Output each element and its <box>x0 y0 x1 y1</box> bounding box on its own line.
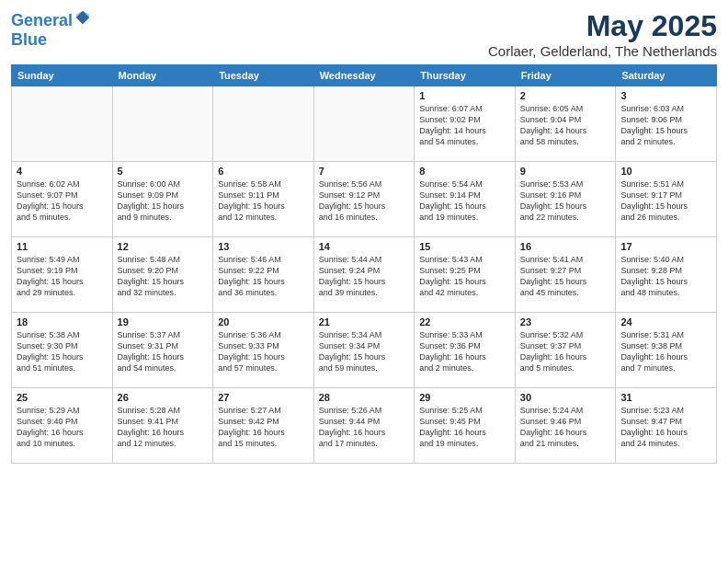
day-info: Sunrise: 5:29 AMSunset: 9:40 PMDaylight:… <box>17 405 108 450</box>
calendar-table: Sunday Monday Tuesday Wednesday Thursday… <box>11 64 717 464</box>
day-number: 25 <box>17 392 108 403</box>
day-number: 28 <box>319 392 410 403</box>
svg-marker-1 <box>76 11 89 24</box>
day-number: 26 <box>118 392 209 403</box>
day-number: 20 <box>218 316 309 327</box>
calendar-cell-w5-d2: 26Sunrise: 5:28 AMSunset: 9:41 PMDayligh… <box>112 388 213 464</box>
day-number: 22 <box>419 316 510 327</box>
calendar-cell-w1-d4 <box>313 86 415 162</box>
day-number: 3 <box>620 90 711 101</box>
calendar-cell-w1-d2 <box>112 86 213 162</box>
logo-blue: Blue <box>11 30 91 50</box>
day-info: Sunrise: 6:02 AMSunset: 9:07 PMDaylight:… <box>17 178 108 224</box>
col-sunday: Sunday <box>12 65 113 86</box>
calendar-cell-w1-d7: 3Sunrise: 6:03 AMSunset: 9:06 PMDaylight… <box>616 86 717 162</box>
day-info: Sunrise: 5:43 AMSunset: 9:25 PMDaylight:… <box>419 254 510 299</box>
day-info: Sunrise: 5:31 AMSunset: 9:38 PMDaylight:… <box>620 329 711 374</box>
day-info: Sunrise: 5:23 AMSunset: 9:47 PMDaylight:… <box>620 405 711 450</box>
page: General Blue May 2025 Corlaer, Gelderlan… <box>0 0 728 563</box>
calendar-cell-w3-d5: 15Sunrise: 5:43 AMSunset: 9:25 PMDayligh… <box>415 237 516 313</box>
day-info: Sunrise: 5:48 AMSunset: 9:20 PMDaylight:… <box>118 254 209 299</box>
day-info: Sunrise: 5:34 AMSunset: 9:34 PMDaylight:… <box>319 329 410 374</box>
day-number: 24 <box>620 316 711 327</box>
day-info: Sunrise: 5:33 AMSunset: 9:36 PMDaylight:… <box>419 329 510 374</box>
day-number: 2 <box>520 90 611 101</box>
day-info: Sunrise: 5:58 AMSunset: 9:11 PMDaylight:… <box>218 178 309 224</box>
logo: General Blue <box>11 9 91 50</box>
day-info: Sunrise: 5:53 AMSunset: 9:16 PMDaylight:… <box>520 178 611 224</box>
day-info: Sunrise: 5:36 AMSunset: 9:33 PMDaylight:… <box>218 329 309 374</box>
calendar-cell-w2-d3: 6Sunrise: 5:58 AMSunset: 9:11 PMDaylight… <box>213 162 314 237</box>
day-info: Sunrise: 6:05 AMSunset: 9:04 PMDaylight:… <box>520 103 611 148</box>
col-tuesday: Tuesday <box>213 65 314 86</box>
day-number: 10 <box>620 166 711 177</box>
day-info: Sunrise: 5:51 AMSunset: 9:17 PMDaylight:… <box>620 178 711 224</box>
calendar-header-row: Sunday Monday Tuesday Wednesday Thursday… <box>12 65 717 86</box>
calendar-cell-w2-d4: 7Sunrise: 5:56 AMSunset: 9:12 PMDaylight… <box>313 162 415 237</box>
day-number: 13 <box>218 241 309 252</box>
calendar-cell-w4-d6: 23Sunrise: 5:32 AMSunset: 9:37 PMDayligh… <box>515 313 616 388</box>
day-number: 1 <box>419 90 510 101</box>
day-info: Sunrise: 5:41 AMSunset: 9:27 PMDaylight:… <box>520 254 611 299</box>
calendar-cell-w3-d4: 14Sunrise: 5:44 AMSunset: 9:24 PMDayligh… <box>313 237 415 313</box>
calendar-cell-w3-d7: 17Sunrise: 5:40 AMSunset: 9:28 PMDayligh… <box>616 237 717 313</box>
day-info: Sunrise: 5:37 AMSunset: 9:31 PMDaylight:… <box>118 329 209 374</box>
day-number: 5 <box>118 166 209 177</box>
calendar-cell-w5-d7: 31Sunrise: 5:23 AMSunset: 9:47 PMDayligh… <box>616 388 717 464</box>
day-number: 16 <box>520 241 611 252</box>
calendar-cell-w2-d5: 8Sunrise: 5:54 AMSunset: 9:14 PMDaylight… <box>415 162 516 237</box>
calendar-cell-w5-d3: 27Sunrise: 5:27 AMSunset: 9:42 PMDayligh… <box>213 388 314 464</box>
calendar-cell-w1-d3 <box>213 86 314 162</box>
calendar-cell-w4-d1: 18Sunrise: 5:38 AMSunset: 9:30 PMDayligh… <box>12 313 113 388</box>
day-info: Sunrise: 6:03 AMSunset: 9:06 PMDaylight:… <box>620 103 711 148</box>
calendar-week-1: 1Sunrise: 6:07 AMSunset: 9:02 PMDaylight… <box>12 86 717 162</box>
col-thursday: Thursday <box>415 65 516 86</box>
logo-general: General <box>11 11 73 29</box>
calendar-cell-w5-d1: 25Sunrise: 5:29 AMSunset: 9:40 PMDayligh… <box>12 388 113 464</box>
day-number: 8 <box>419 166 510 177</box>
day-info: Sunrise: 6:00 AMSunset: 9:09 PMDaylight:… <box>118 178 209 224</box>
calendar-cell-w1-d6: 2Sunrise: 6:05 AMSunset: 9:04 PMDaylight… <box>515 86 616 162</box>
day-number: 7 <box>319 166 410 177</box>
day-info: Sunrise: 5:25 AMSunset: 9:45 PMDaylight:… <box>419 405 510 450</box>
day-number: 17 <box>620 241 711 252</box>
day-number: 12 <box>118 241 209 252</box>
day-number: 29 <box>419 392 510 403</box>
day-number: 14 <box>319 241 410 252</box>
calendar-week-4: 18Sunrise: 5:38 AMSunset: 9:30 PMDayligh… <box>12 313 717 388</box>
col-saturday: Saturday <box>616 65 717 86</box>
day-number: 30 <box>520 392 611 403</box>
col-wednesday: Wednesday <box>313 65 415 86</box>
logo-icon <box>74 9 91 26</box>
day-number: 9 <box>520 166 611 177</box>
day-info: Sunrise: 5:56 AMSunset: 9:12 PMDaylight:… <box>319 178 410 224</box>
calendar-cell-w4-d4: 21Sunrise: 5:34 AMSunset: 9:34 PMDayligh… <box>313 313 415 388</box>
day-info: Sunrise: 5:28 AMSunset: 9:41 PMDaylight:… <box>118 405 209 450</box>
calendar-cell-w3-d3: 13Sunrise: 5:46 AMSunset: 9:22 PMDayligh… <box>213 237 314 313</box>
day-info: Sunrise: 6:07 AMSunset: 9:02 PMDaylight:… <box>419 103 510 148</box>
calendar-cell-w2-d2: 5Sunrise: 6:00 AMSunset: 9:09 PMDaylight… <box>112 162 213 237</box>
day-info: Sunrise: 5:24 AMSunset: 9:46 PMDaylight:… <box>520 405 611 450</box>
header: General Blue May 2025 Corlaer, Gelderlan… <box>11 9 717 59</box>
day-number: 23 <box>520 316 611 327</box>
day-number: 31 <box>620 392 711 403</box>
calendar-week-2: 4Sunrise: 6:02 AMSunset: 9:07 PMDaylight… <box>12 162 717 237</box>
day-number: 15 <box>419 241 510 252</box>
day-info: Sunrise: 5:44 AMSunset: 9:24 PMDaylight:… <box>319 254 410 299</box>
col-monday: Monday <box>112 65 213 86</box>
calendar-cell-w4-d7: 24Sunrise: 5:31 AMSunset: 9:38 PMDayligh… <box>616 313 717 388</box>
calendar-cell-w1-d5: 1Sunrise: 6:07 AMSunset: 9:02 PMDaylight… <box>415 86 516 162</box>
calendar-week-3: 11Sunrise: 5:49 AMSunset: 9:19 PMDayligh… <box>12 237 717 313</box>
title-block: May 2025 Corlaer, Gelderland, The Nether… <box>488 9 717 59</box>
day-info: Sunrise: 5:26 AMSunset: 9:44 PMDaylight:… <box>319 405 410 450</box>
calendar-cell-w2-d6: 9Sunrise: 5:53 AMSunset: 9:16 PMDaylight… <box>515 162 616 237</box>
calendar-cell-w5-d5: 29Sunrise: 5:25 AMSunset: 9:45 PMDayligh… <box>415 388 516 464</box>
day-info: Sunrise: 5:27 AMSunset: 9:42 PMDaylight:… <box>218 405 309 450</box>
day-info: Sunrise: 5:49 AMSunset: 9:19 PMDaylight:… <box>17 254 108 299</box>
calendar-cell-w2-d7: 10Sunrise: 5:51 AMSunset: 9:17 PMDayligh… <box>616 162 717 237</box>
calendar-week-5: 25Sunrise: 5:29 AMSunset: 9:40 PMDayligh… <box>12 388 717 464</box>
day-number: 18 <box>17 316 108 327</box>
location-title: Corlaer, Gelderland, The Netherlands <box>488 43 717 59</box>
day-info: Sunrise: 5:54 AMSunset: 9:14 PMDaylight:… <box>419 178 510 224</box>
calendar-cell-w3-d2: 12Sunrise: 5:48 AMSunset: 9:20 PMDayligh… <box>112 237 213 313</box>
